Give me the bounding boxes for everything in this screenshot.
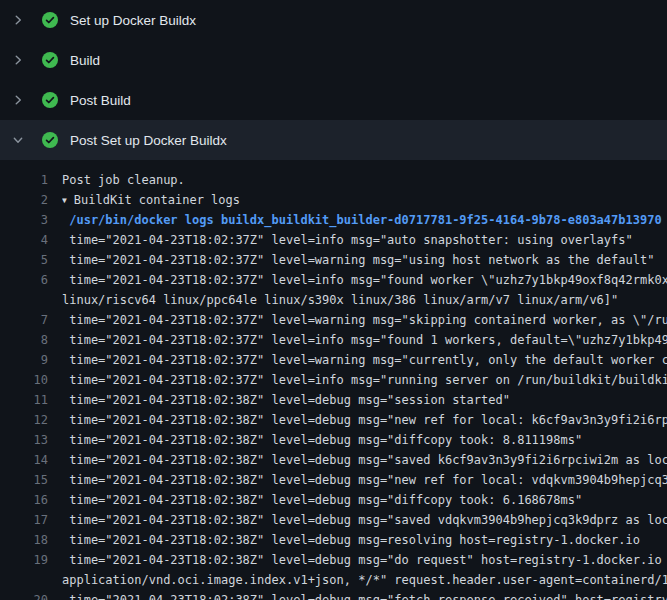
log-text: Post job cleanup. <box>62 170 667 190</box>
actions-log-viewer: Set up Docker Buildx Build Post Buil <box>0 0 667 600</box>
log-text: time="2021-04-23T18:02:37Z" level=info m… <box>62 230 667 250</box>
chevron-right-icon[interactable] <box>10 92 26 108</box>
line-number[interactable]: 15 <box>0 470 48 490</box>
command-text: /usr/bin/docker logs buildx_buildkit_bui… <box>62 210 667 230</box>
log-line: 13 time="2021-04-23T18:02:38Z" level=deb… <box>0 430 667 450</box>
log-text: time="2021-04-23T18:02:38Z" level=debug … <box>62 450 667 470</box>
log-text: time="2021-04-23T18:02:38Z" level=debug … <box>62 390 667 410</box>
log-text: time="2021-04-23T18:02:37Z" level=warnin… <box>62 250 667 270</box>
section-header-post-build[interactable]: Post Build <box>0 80 667 120</box>
group-toggle-icon[interactable]: ▼ <box>62 191 67 210</box>
success-check-icon <box>42 12 58 28</box>
log-line: application/vnd.oci.image.index.v1+json,… <box>0 570 667 590</box>
log-text: application/vnd.oci.image.index.v1+json,… <box>62 570 667 590</box>
log-line: 8 time="2021-04-23T18:02:37Z" level=info… <box>0 330 667 350</box>
log-text: time="2021-04-23T18:02:38Z" level=debug … <box>62 530 667 550</box>
line-number[interactable]: 19 <box>0 550 48 570</box>
line-number[interactable]: 7 <box>0 310 48 330</box>
log-text: time="2021-04-23T18:02:38Z" level=debug … <box>62 510 667 530</box>
log-text: time="2021-04-23T18:02:37Z" level=info m… <box>62 370 667 390</box>
log-line: 9 time="2021-04-23T18:02:37Z" level=warn… <box>0 350 667 370</box>
log-line: 16 time="2021-04-23T18:02:38Z" level=deb… <box>0 490 667 510</box>
log-line: 14 time="2021-04-23T18:02:38Z" level=deb… <box>0 450 667 470</box>
log-text: time="2021-04-23T18:02:37Z" level=info m… <box>62 330 667 350</box>
log-line: 19 time="2021-04-23T18:02:38Z" level=deb… <box>0 550 667 570</box>
log-line: 20 time="2021-04-23T18:02:38Z" level=deb… <box>0 590 667 600</box>
line-number[interactable]: 2 <box>0 190 48 210</box>
line-number[interactable]: 16 <box>0 490 48 510</box>
line-number[interactable]: 5 <box>0 250 48 270</box>
line-number[interactable]: 4 <box>0 230 48 250</box>
group-label[interactable]: BuildKit container logs <box>74 193 240 207</box>
log-text: time="2021-04-23T18:02:37Z" level=warnin… <box>62 310 667 330</box>
log-text: time="2021-04-23T18:02:38Z" level=debug … <box>62 430 667 450</box>
section-header-set-up-docker-buildx[interactable]: Set up Docker Buildx <box>0 0 667 40</box>
line-number[interactable]: 1 <box>0 170 48 190</box>
log-text: time="2021-04-23T18:02:37Z" level=warnin… <box>62 350 667 370</box>
section-title: Post Set up Docker Buildx <box>70 133 227 148</box>
line-number[interactable]: 10 <box>0 370 48 390</box>
line-number[interactable]: 12 <box>0 410 48 430</box>
log-line: 3 /usr/bin/docker logs buildx_buildkit_b… <box>0 210 667 230</box>
log-line: 4 time="2021-04-23T18:02:37Z" level=info… <box>0 230 667 250</box>
log-text: time="2021-04-23T18:02:38Z" level=debug … <box>62 590 667 600</box>
log-line: 1 Post job cleanup. <box>0 170 667 190</box>
line-number[interactable]: 20 <box>0 590 48 600</box>
log-line: linux/riscv64 linux/ppc64le linux/s390x … <box>0 290 667 310</box>
step-section-list: Set up Docker Buildx Build Post Buil <box>0 0 667 160</box>
section-header-post-set-up-docker-buildx[interactable]: Post Set up Docker Buildx <box>0 120 667 160</box>
log-line: 6 time="2021-04-23T18:02:37Z" level=info… <box>0 270 667 290</box>
log-line: 11 time="2021-04-23T18:02:38Z" level=deb… <box>0 390 667 410</box>
section-header-build[interactable]: Build <box>0 40 667 80</box>
log-line: 18 time="2021-04-23T18:02:38Z" level=deb… <box>0 530 667 550</box>
log-text: linux/riscv64 linux/ppc64le linux/s390x … <box>62 290 667 310</box>
chevron-down-icon[interactable] <box>10 132 26 148</box>
log-text: time="2021-04-23T18:02:38Z" level=debug … <box>62 470 667 490</box>
line-number[interactable]: 9 <box>0 350 48 370</box>
line-number[interactable]: 17 <box>0 510 48 530</box>
success-check-icon <box>42 132 58 148</box>
log-text: time="2021-04-23T18:02:37Z" level=info m… <box>62 270 667 290</box>
log-line: 7 time="2021-04-23T18:02:37Z" level=warn… <box>0 310 667 330</box>
success-check-icon <box>42 92 58 108</box>
log-line: 2 ▼BuildKit container logs <box>0 190 667 210</box>
line-number[interactable]: 8 <box>0 330 48 350</box>
step-log-body: 1 Post job cleanup. 2 ▼BuildKit containe… <box>0 160 667 600</box>
chevron-right-icon[interactable] <box>10 52 26 68</box>
log-text: time="2021-04-23T18:02:38Z" level=debug … <box>62 550 667 570</box>
section-title: Set up Docker Buildx <box>70 13 196 28</box>
line-number[interactable]: 18 <box>0 530 48 550</box>
line-number[interactable]: 11 <box>0 390 48 410</box>
log-text: time="2021-04-23T18:02:38Z" level=debug … <box>62 410 667 430</box>
log-line: 12 time="2021-04-23T18:02:38Z" level=deb… <box>0 410 667 430</box>
log-line: 5 time="2021-04-23T18:02:37Z" level=warn… <box>0 250 667 270</box>
line-number[interactable]: 3 <box>0 210 48 230</box>
section-title: Post Build <box>70 93 131 108</box>
chevron-right-icon[interactable] <box>10 12 26 28</box>
log-line: 10 time="2021-04-23T18:02:37Z" level=inf… <box>0 370 667 390</box>
success-check-icon <box>42 52 58 68</box>
line-number[interactable] <box>0 570 48 590</box>
log-text: ▼BuildKit container logs <box>62 190 667 210</box>
log-line: 17 time="2021-04-23T18:02:38Z" level=deb… <box>0 510 667 530</box>
line-number[interactable]: 14 <box>0 450 48 470</box>
log-line: 15 time="2021-04-23T18:02:38Z" level=deb… <box>0 470 667 490</box>
line-number[interactable]: 6 <box>0 270 48 290</box>
line-number[interactable]: 13 <box>0 430 48 450</box>
section-title: Build <box>70 53 100 68</box>
log-text: time="2021-04-23T18:02:38Z" level=debug … <box>62 490 667 510</box>
line-number[interactable] <box>0 290 48 310</box>
